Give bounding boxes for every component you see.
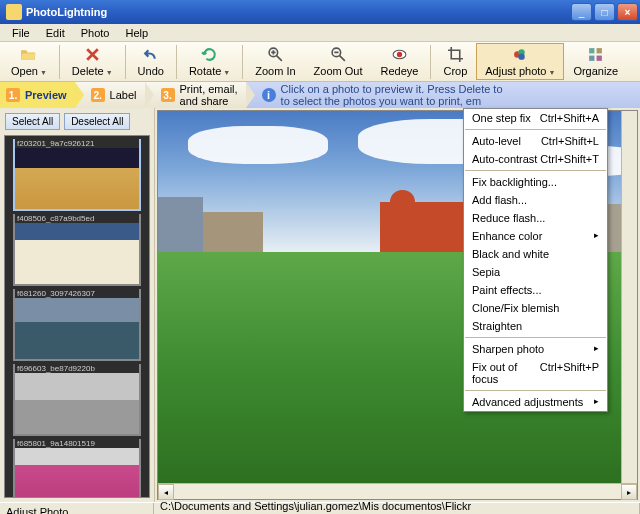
horizontal-scrollbar[interactable]: ◂ ▸ [158, 483, 637, 499]
maximize-button[interactable]: □ [594, 3, 615, 21]
titlebar: PhotoLightning _ □ × [0, 0, 640, 24]
menu-item[interactable]: Sepia [464, 263, 607, 281]
scroll-right-button[interactable]: ▸ [621, 484, 637, 500]
toolbar: Open▼ Delete▼ Undo Rotate▼ Zoom In Zoom … [0, 42, 640, 82]
app-icon [6, 4, 22, 20]
window-title: PhotoLightning [26, 6, 571, 18]
organize-button[interactable]: Organize [564, 43, 627, 80]
menu-item[interactable]: Advanced adjustments [464, 393, 607, 411]
menu-item[interactable]: Paint effects... [464, 281, 607, 299]
close-button[interactable]: × [617, 3, 638, 21]
menu-item[interactable]: One step fixCtrl+Shift+A [464, 109, 607, 127]
filmstrip[interactable]: f203201_9a7c926121 f408506_c87a9bd5ed f6… [4, 135, 150, 498]
menu-file[interactable]: File [4, 25, 38, 41]
crop-button[interactable]: Crop [434, 43, 476, 80]
status-path: C:\Documents and Settings\julian.gomez\M… [154, 503, 640, 514]
adjust-photo-button[interactable]: Adjust photo▼ [476, 43, 564, 80]
menu-photo[interactable]: Photo [73, 25, 118, 41]
svg-rect-7 [589, 48, 594, 53]
delete-button[interactable]: Delete▼ [63, 43, 122, 80]
open-button[interactable]: Open▼ [2, 43, 56, 80]
step-bar: 1.Preview 2.Label 3.Print, email, and sh… [0, 82, 640, 108]
menu-item[interactable]: Sharpen photo [464, 340, 607, 358]
menu-item[interactable]: Fix backlighting... [464, 173, 607, 191]
zoomout-button[interactable]: Zoom Out [305, 43, 372, 80]
adjust-photo-menu: One step fixCtrl+Shift+AAuto-levelCtrl+S… [463, 108, 608, 412]
svg-point-6 [518, 53, 524, 59]
vertical-scrollbar[interactable] [621, 111, 637, 483]
menu-item[interactable]: Fix out of focusCtrl+Shift+P [464, 358, 607, 388]
deselect-all-button[interactable]: Deselect All [64, 113, 130, 130]
menu-item[interactable]: Reduce flash... [464, 209, 607, 227]
svg-rect-10 [597, 56, 602, 61]
menu-item[interactable]: Straighten [464, 317, 607, 335]
hint-bar: iClick on a photo to preview it. Press D… [246, 82, 640, 108]
statusbar: Adjust Photo C:\Documents and Settings\j… [0, 502, 640, 514]
zoomin-button[interactable]: Zoom In [246, 43, 304, 80]
menu-edit[interactable]: Edit [38, 25, 73, 41]
thumbnail[interactable]: f685801_9a14801519 [13, 439, 141, 498]
svg-rect-8 [597, 48, 602, 53]
svg-rect-9 [589, 56, 594, 61]
menu-item[interactable]: Black and white [464, 245, 607, 263]
step-label[interactable]: 2.Label [75, 82, 145, 108]
menu-item[interactable]: Clone/Fix blemish [464, 299, 607, 317]
thumbnail[interactable]: f681260_3097426307 [13, 289, 141, 361]
menu-item[interactable]: Add flash... [464, 191, 607, 209]
menu-help[interactable]: Help [117, 25, 156, 41]
info-icon: i [262, 88, 276, 102]
menu-item[interactable]: Auto-contrastCtrl+Shift+T [464, 150, 607, 168]
status-left: Adjust Photo [0, 503, 154, 514]
step-preview[interactable]: 1.Preview [0, 82, 75, 108]
step-print[interactable]: 3.Print, email, and share [145, 82, 246, 108]
redeye-button[interactable]: Redeye [372, 43, 428, 80]
sidebar: Select All Deselect All f203201_9a7c9261… [0, 108, 155, 502]
menubar: File Edit Photo Help [0, 24, 640, 42]
thumbnail[interactable]: f408506_c87a9bd5ed [13, 214, 141, 286]
undo-button[interactable]: Undo [129, 43, 173, 80]
menu-item[interactable]: Auto-levelCtrl+Shift+L [464, 132, 607, 150]
thumbnail[interactable]: f203201_9a7c926121 [13, 139, 141, 211]
menu-item[interactable]: Enhance color [464, 227, 607, 245]
minimize-button[interactable]: _ [571, 3, 592, 21]
select-all-button[interactable]: Select All [5, 113, 60, 130]
scroll-left-button[interactable]: ◂ [158, 484, 174, 500]
svg-point-3 [397, 52, 402, 57]
thumbnail[interactable]: f696603_be87d9220b [13, 364, 141, 436]
rotate-button[interactable]: Rotate▼ [180, 43, 239, 80]
